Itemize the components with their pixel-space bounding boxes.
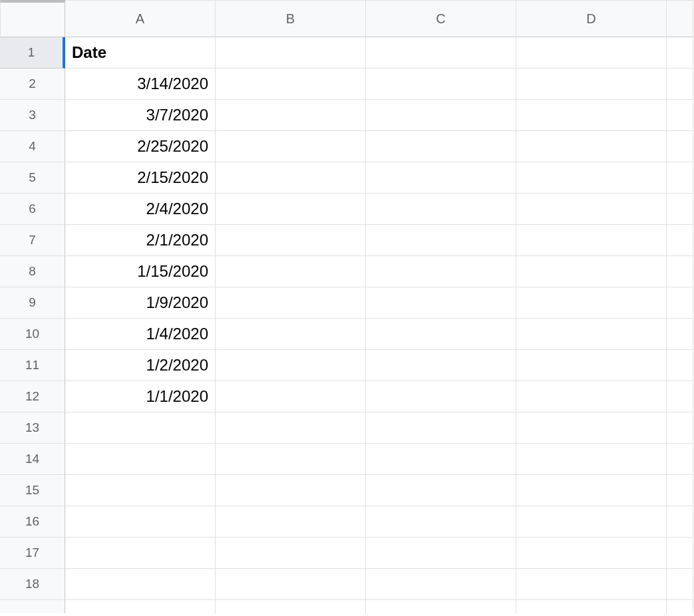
cell-d1[interactable] [516,37,667,69]
cell-d16[interactable] [516,506,667,538]
cell-a15[interactable] [65,475,216,506]
cell-a1[interactable]: Date [65,37,216,69]
cell-c8[interactable] [366,256,516,287]
cell-partial3[interactable] [667,100,693,131]
cell-c5[interactable] [366,162,516,194]
row-header-5[interactable]: 5 [0,162,65,194]
cell-partial13[interactable] [667,412,693,444]
row-header-17[interactable]: 17 [0,538,65,569]
cell-partial9[interactable] [667,287,693,319]
cell-partial8[interactable] [667,256,693,287]
cell-d14[interactable] [516,444,667,475]
cell-b9[interactable] [216,287,366,319]
cell-a14[interactable] [65,444,216,475]
row-header-2[interactable]: 2 [0,69,65,100]
cell-c1[interactable] [366,37,516,69]
cell-d5[interactable] [516,162,667,194]
cell-c13[interactable] [366,412,516,444]
cell-partial11[interactable] [667,350,693,381]
cell-partial[interactable] [516,600,667,613]
cell-partial4[interactable] [667,131,693,162]
cell-b4[interactable] [216,131,366,162]
cell-a13[interactable] [65,412,216,444]
cell-a9[interactable]: 1/9/2020 [65,287,216,319]
cell-b15[interactable] [216,475,366,506]
cell-a3[interactable]: 3/7/2020 [65,100,216,131]
cell-b17[interactable] [216,538,366,569]
cell-a2[interactable]: 3/14/2020 [65,69,216,100]
cell-b2[interactable] [216,69,366,100]
cell-a4[interactable]: 2/25/2020 [65,131,216,162]
cell-c7[interactable] [366,225,516,256]
column-header-c[interactable]: C [366,0,516,37]
cell-a6[interactable]: 2/4/2020 [65,194,216,225]
cell-c3[interactable] [366,100,516,131]
cell-d13[interactable] [516,412,667,444]
cell-d17[interactable] [516,538,667,569]
row-header-7[interactable]: 7 [0,225,65,256]
cell-a17[interactable] [65,538,216,569]
cell-b6[interactable] [216,194,366,225]
row-header-8[interactable]: 8 [0,256,65,287]
cell-c17[interactable] [366,538,516,569]
cell-b5[interactable] [216,162,366,194]
cell-d9[interactable] [516,287,667,319]
cell-d18[interactable] [516,569,667,600]
cell-partial18[interactable] [667,569,693,600]
cell-b11[interactable] [216,350,366,381]
cell-d4[interactable] [516,131,667,162]
spreadsheet-grid[interactable]: ABCD1Date23/14/202033/7/202042/25/202052… [0,0,694,613]
cell-partial7[interactable] [667,225,693,256]
row-header-15[interactable]: 15 [0,475,65,506]
cell-b1[interactable] [216,37,366,69]
cell-partial17[interactable] [667,538,693,569]
cell-c18[interactable] [366,569,516,600]
row-header-13[interactable]: 13 [0,412,65,444]
cell-partial12[interactable] [667,381,693,412]
cell-d8[interactable] [516,256,667,287]
cell-partial15[interactable] [667,475,693,506]
cell-b10[interactable] [216,319,366,350]
cell-partial10[interactable] [667,319,693,350]
cell-b18[interactable] [216,569,366,600]
cell-partial6[interactable] [667,194,693,225]
cell-a10[interactable]: 1/4/2020 [65,319,216,350]
row-header-18[interactable]: 18 [0,569,65,600]
select-all-corner[interactable] [0,0,65,37]
cell-d10[interactable] [516,319,667,350]
cell-partial5[interactable] [667,162,693,194]
row-header-10[interactable]: 10 [0,319,65,350]
cell-d2[interactable] [516,69,667,100]
cell-b14[interactable] [216,444,366,475]
column-header-a[interactable]: A [65,0,216,37]
row-header-partial[interactable] [0,600,65,613]
row-header-16[interactable]: 16 [0,506,65,538]
cell-a18[interactable] [65,569,216,600]
cell-c16[interactable] [366,506,516,538]
cell-c10[interactable] [366,319,516,350]
cell-d12[interactable] [516,381,667,412]
row-header-4[interactable]: 4 [0,131,65,162]
cell-c15[interactable] [366,475,516,506]
row-header-9[interactable]: 9 [0,287,65,319]
cell-d3[interactable] [516,100,667,131]
cell-d6[interactable] [516,194,667,225]
cell-b7[interactable] [216,225,366,256]
cell-a16[interactable] [65,506,216,538]
cell-d11[interactable] [516,350,667,381]
column-header-b[interactable]: B [216,0,366,37]
cell-c4[interactable] [366,131,516,162]
cell-d15[interactable] [516,475,667,506]
cell-d7[interactable] [516,225,667,256]
cell-partial[interactable] [366,600,516,613]
row-header-6[interactable]: 6 [0,194,65,225]
cell-partial14[interactable] [667,444,693,475]
row-header-14[interactable]: 14 [0,444,65,475]
cell-partial[interactable] [216,600,366,613]
cell-c6[interactable] [366,194,516,225]
cell-a8[interactable]: 1/15/2020 [65,256,216,287]
column-header-partial[interactable] [667,0,693,37]
cell-partial[interactable] [65,600,216,613]
cell-b8[interactable] [216,256,366,287]
row-header-1[interactable]: 1 [0,37,65,69]
